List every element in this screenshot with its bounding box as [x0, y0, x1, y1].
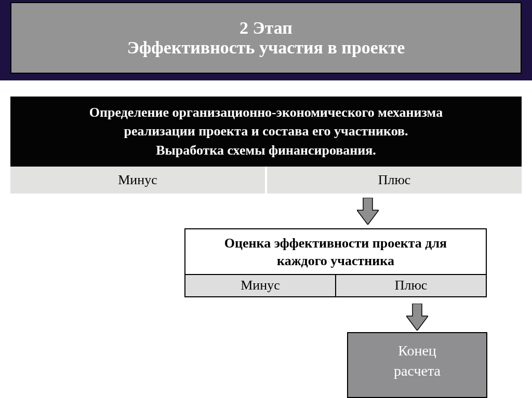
svg-marker-1: [406, 304, 428, 331]
description-line-2: реализации проекта и состава его участни…: [124, 122, 408, 141]
end-line-2: расчета: [394, 361, 441, 381]
arrow-down-2-icon: [406, 304, 428, 331]
arrow-down-1-icon: [357, 198, 379, 225]
end-line-1: Конец: [398, 340, 436, 361]
decision1-minus: Минус: [10, 167, 265, 194]
end-box: Конец расчета: [347, 332, 487, 398]
description-line-1: Определение организационно-экономическог…: [89, 103, 443, 122]
evaluation-title-line-1: Оценка эффективности проекта для: [196, 235, 475, 252]
description-line-3: Выработка схемы финансирования.: [156, 141, 376, 160]
header-band: 2 Этап Эффективность участия в проекте: [0, 0, 532, 80]
decision1-plus: Плюс: [267, 167, 522, 194]
evaluation-decision-row: Минус Плюс: [185, 275, 486, 296]
svg-marker-0: [357, 198, 379, 225]
title-line-1: 2 Этап: [240, 18, 292, 38]
evaluation-box: Оценка эффективности проекта для каждого…: [184, 228, 487, 297]
title-line-2: Эффективность участия в проекте: [127, 38, 405, 58]
slide-title-box: 2 Этап Эффективность участия в проекте: [10, 2, 522, 74]
evaluation-title: Оценка эффективности проекта для каждого…: [185, 229, 486, 275]
evaluation-title-line-2: каждого участника: [196, 252, 475, 270]
evaluation-plus: Плюс: [336, 275, 486, 296]
decision-row-1: Минус Плюс: [10, 167, 522, 194]
evaluation-minus: Минус: [185, 275, 335, 296]
description-box: Определение организационно-экономическог…: [10, 97, 522, 167]
